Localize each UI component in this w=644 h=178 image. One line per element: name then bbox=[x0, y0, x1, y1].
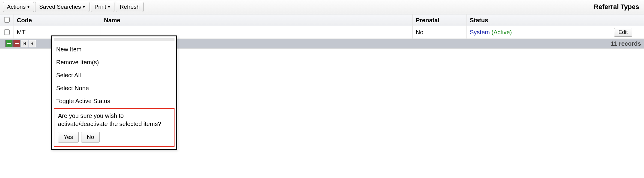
row-select-cell[interactable] bbox=[0, 26, 14, 39]
row-edit-cell: Edit bbox=[611, 26, 644, 39]
chevron-down-icon: ▼ bbox=[108, 5, 111, 9]
page-title: Referral Types bbox=[594, 3, 641, 11]
column-prenatal[interactable]: Prenatal bbox=[413, 14, 467, 26]
column-code[interactable]: Code bbox=[14, 14, 101, 26]
print-label: Print bbox=[95, 4, 106, 10]
chevron-down-icon: ▼ bbox=[82, 5, 86, 9]
status-system: System bbox=[470, 29, 490, 35]
column-name[interactable]: Name bbox=[101, 14, 413, 26]
refresh-button[interactable]: Refresh bbox=[116, 2, 144, 12]
prev-page-icon[interactable] bbox=[29, 40, 36, 47]
column-edit bbox=[611, 14, 644, 26]
row-status: System (Active) bbox=[467, 26, 611, 39]
actions-button[interactable]: Actions ▼ bbox=[3, 2, 34, 12]
toolbar-left: Actions ▼ Saved Searches ▼ Print ▼ Refre… bbox=[3, 2, 144, 12]
remove-icon[interactable] bbox=[13, 40, 20, 47]
saved-searches-button[interactable]: Saved Searches ▼ bbox=[35, 2, 89, 12]
menu-new-item[interactable]: New Item bbox=[52, 43, 176, 49]
toolbar: Actions ▼ Saved Searches ▼ Print ▼ Refre… bbox=[0, 0, 644, 14]
print-button[interactable]: Print ▼ bbox=[91, 2, 115, 12]
select-all-checkbox[interactable] bbox=[4, 17, 10, 23]
first-page-icon[interactable] bbox=[21, 40, 28, 47]
svg-rect-1 bbox=[23, 42, 23, 45]
refresh-label: Refresh bbox=[120, 4, 140, 10]
record-count: 11 records bbox=[611, 40, 641, 47]
column-status[interactable]: Status bbox=[467, 14, 611, 26]
saved-searches-label: Saved Searches bbox=[39, 4, 81, 10]
actions-label: Actions bbox=[7, 4, 26, 10]
edit-button[interactable]: Edit bbox=[614, 28, 632, 37]
table-header-row: Code Name Prenatal Status bbox=[0, 14, 644, 26]
select-all-header[interactable] bbox=[0, 14, 14, 26]
row-prenatal: No bbox=[413, 26, 467, 39]
chevron-down-icon: ▼ bbox=[27, 5, 30, 9]
menu-drag-handle[interactable] bbox=[54, 38, 175, 41]
footer-icons bbox=[5, 40, 36, 47]
svg-rect-0 bbox=[15, 43, 19, 44]
data-table: Code Name Prenatal Status MT No System (… bbox=[0, 14, 644, 39]
row-checkbox[interactable] bbox=[4, 29, 10, 35]
actions-menu-popup: New Item Remove Item(s) Select All Selec… bbox=[51, 35, 177, 49]
add-icon[interactable] bbox=[5, 40, 13, 47]
status-active: (Active) bbox=[491, 29, 512, 35]
